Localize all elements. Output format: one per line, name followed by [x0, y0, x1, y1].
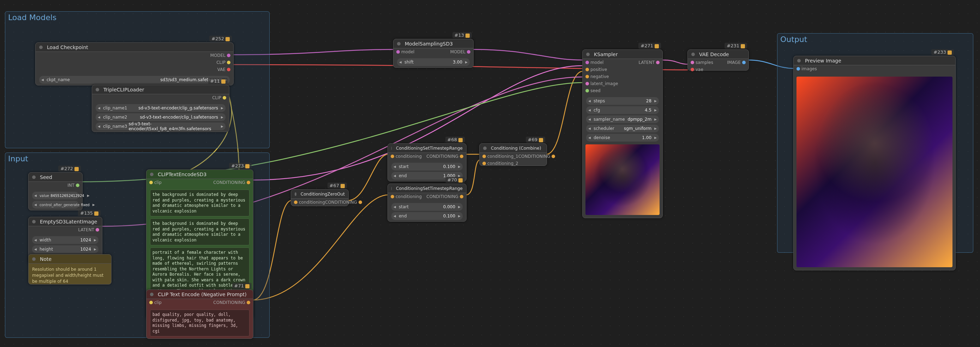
- steps[interactable]: steps28: [586, 97, 659, 105]
- node-title: ConditioningSetTimestepRange: [396, 184, 463, 193]
- collapse-icon[interactable]: [397, 42, 401, 46]
- output-cond[interactable]: [358, 201, 362, 204]
- input-model[interactable]: [396, 50, 400, 54]
- collapse-icon[interactable]: [391, 146, 392, 150]
- output-cond[interactable]: [460, 154, 463, 158]
- scheduler[interactable]: schedulersgm_uniform: [586, 125, 659, 132]
- collapse-icon[interactable]: [95, 88, 99, 91]
- input-latent[interactable]: [585, 82, 589, 86]
- input-cond[interactable]: [391, 154, 394, 158]
- node-title: ConditioningSetTimestepRange: [396, 144, 463, 153]
- output-model[interactable]: [227, 54, 231, 57]
- cfg[interactable]: cfg4.5: [586, 106, 659, 114]
- width-field[interactable]: width1024: [32, 236, 99, 244]
- start-field[interactable]: start0.000: [391, 203, 463, 211]
- input-clip[interactable]: [149, 301, 153, 304]
- collapse-icon[interactable]: [32, 220, 36, 223]
- node-id: #11: [208, 78, 228, 84]
- input-cond2[interactable]: [482, 162, 486, 165]
- node-id: #71: [232, 283, 251, 289]
- neg-text[interactable]: bad quality, poor quality, doll, disfigu…: [150, 310, 250, 336]
- node-title: CLIPTextEncodeSD3: [158, 170, 207, 179]
- node-combine[interactable]: #69 Conditioning (Combine) conditioning_…: [479, 143, 547, 166]
- node-id: #68: [445, 137, 465, 143]
- text-g[interactable]: the background is dominated by deep red …: [150, 189, 250, 216]
- node-load-checkpoint[interactable]: #252 Load Checkpoint MODEL CLIP VAE ckpt…: [35, 42, 234, 86]
- output-latent[interactable]: [95, 228, 99, 232]
- output-int[interactable]: [76, 183, 80, 187]
- input-positive[interactable]: [585, 68, 589, 71]
- output-model[interactable]: [467, 50, 471, 54]
- seed-control[interactable]: control_after_generatefixed: [32, 201, 79, 209]
- sampler-name[interactable]: sampler_namedpmpp_2m: [586, 115, 659, 123]
- clip-name2[interactable]: clip_name2sd-v3-text-encoder/clip_l.safe…: [95, 113, 226, 121]
- seed-value[interactable]: value845512652412924: [32, 192, 79, 199]
- input-vae[interactable]: [690, 68, 694, 71]
- end-field[interactable]: end0.100: [391, 212, 463, 220]
- node-title: TripleCLIPLoader: [103, 85, 144, 94]
- collapse-icon[interactable]: [39, 46, 43, 49]
- input-samples[interactable]: [690, 61, 694, 64]
- node-vae-decode[interactable]: #231 VAE Decode samples vae IMAGE: [687, 49, 749, 71]
- output-clip[interactable]: [227, 61, 231, 64]
- node-timestep-1[interactable]: #68 ConditioningSetTimestepRange conditi…: [388, 143, 466, 181]
- input-negative[interactable]: [585, 75, 589, 78]
- start-field[interactable]: start0.100: [391, 163, 463, 170]
- node-title: EmptySD3LatentImage: [40, 217, 97, 226]
- node-seed[interactable]: #272 Seed INT value845512652412924 contr…: [28, 172, 83, 210]
- output-latent[interactable]: [656, 61, 660, 64]
- node-title: Note: [40, 255, 51, 264]
- collapse-icon[interactable]: [150, 293, 154, 296]
- ckpt-name-select[interactable]: ckpt_namesd3/sd3_medium.safetensors: [39, 76, 230, 84]
- input-cond1[interactable]: [482, 154, 486, 158]
- output-conditioning[interactable]: [247, 301, 250, 304]
- node-preview-image[interactable]: #233 Preview Image images: [793, 56, 956, 271]
- output-image[interactable]: [742, 61, 746, 64]
- collapse-icon[interactable]: [391, 187, 392, 190]
- node-id: #135: [78, 210, 100, 216]
- collapse-icon[interactable]: [295, 193, 296, 196]
- node-title: Preview Image: [805, 56, 841, 65]
- output-cond[interactable]: [552, 154, 555, 158]
- node-modelsampling[interactable]: #13 ModelSamplingSD3 model MODEL shift3.…: [393, 39, 474, 68]
- output-vae[interactable]: [227, 68, 231, 71]
- collapse-icon[interactable]: [483, 146, 487, 150]
- collapse-icon[interactable]: [586, 53, 590, 56]
- collapse-icon[interactable]: [32, 175, 36, 179]
- shift-field[interactable]: shift3.00: [397, 58, 470, 66]
- output-cond[interactable]: [460, 195, 463, 198]
- node-zeroout[interactable]: #67 ConditioningZeroOut conditioning CON…: [291, 189, 348, 206]
- input-cond[interactable]: [391, 195, 394, 198]
- group-title: Input: [8, 154, 28, 163]
- input-cond[interactable]: [294, 201, 298, 204]
- node-title: VAE Decode: [699, 50, 729, 59]
- node-id: #233: [931, 49, 954, 55]
- node-id: #271: [638, 43, 661, 49]
- output-clip[interactable]: [223, 96, 226, 100]
- node-ksampler[interactable]: #271 KSampler model positive negative la…: [582, 49, 663, 218]
- collapse-icon[interactable]: [32, 257, 36, 261]
- collapse-icon[interactable]: [150, 173, 154, 176]
- node-tripleclip[interactable]: #11 TripleCLIPLoader CLIP clip_name1sd-v…: [92, 85, 229, 132]
- group-title: Output: [780, 35, 807, 44]
- text-l[interactable]: the background is dominated by deep red …: [150, 218, 250, 245]
- node-id: #70: [445, 177, 465, 183]
- input-seed[interactable]: [585, 89, 589, 92]
- collapse-icon[interactable]: [797, 59, 801, 62]
- input-images[interactable]: [797, 67, 800, 71]
- clip-name3[interactable]: clip_name3sd-v3-text-encoder/t5xxl_fp8_e…: [95, 123, 226, 130]
- node-title: Seed: [40, 173, 52, 182]
- input-model[interactable]: [585, 61, 589, 64]
- node-timestep-2[interactable]: #70 ConditioningSetTimestepRange conditi…: [388, 183, 466, 222]
- input-clip[interactable]: [149, 181, 153, 184]
- clip-name1[interactable]: clip_name1sd-v3-text-encoder/clip_g.safe…: [95, 104, 226, 112]
- output-conditioning[interactable]: [247, 181, 250, 184]
- node-id: #67: [328, 183, 347, 188]
- denoise[interactable]: denoise1.00: [586, 134, 659, 142]
- node-clip-negative[interactable]: #71 CLIP Text Encode (Negative Prompt) c…: [146, 290, 253, 339]
- node-id: #13: [452, 32, 472, 38]
- height-field[interactable]: height1024: [32, 245, 99, 253]
- collapse-icon[interactable]: [691, 53, 695, 56]
- node-id: #252: [209, 36, 232, 41]
- preview-image: [797, 76, 953, 267]
